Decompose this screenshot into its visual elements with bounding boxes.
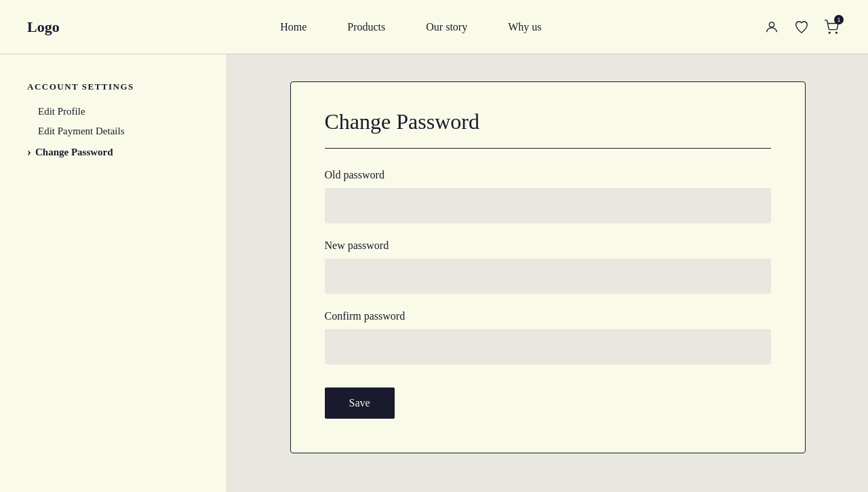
- content-area: Change Password Old password New passwor…: [227, 54, 868, 492]
- new-password-input[interactable]: [325, 259, 771, 294]
- old-password-group: Old password: [325, 169, 771, 223]
- sidebar-heading: ACCOUNT SETTINGS: [27, 81, 199, 92]
- svg-point-1: [829, 32, 830, 33]
- new-password-group: New password: [325, 240, 771, 294]
- new-password-label: New password: [325, 240, 771, 252]
- sidebar: ACCOUNT SETTINGS Edit Profile Edit Payme…: [0, 54, 227, 492]
- nav-home[interactable]: Home: [280, 21, 307, 33]
- svg-point-0: [769, 22, 774, 26]
- nav-our-story[interactable]: Our story: [426, 21, 467, 33]
- navbar: Logo Home Products Our story Why us 1: [0, 0, 868, 54]
- nav-products[interactable]: Products: [347, 21, 385, 33]
- sidebar-item-change-password[interactable]: Change Password: [27, 145, 199, 159]
- nav-links: Home Products Our story Why us: [60, 21, 762, 33]
- wishlist-icon[interactable]: [792, 18, 811, 37]
- confirm-password-label: Confirm password: [325, 310, 771, 322]
- card-title: Change Password: [325, 109, 771, 149]
- main-layout: ACCOUNT SETTINGS Edit Profile Edit Payme…: [0, 54, 868, 492]
- old-password-input[interactable]: [325, 188, 771, 223]
- svg-point-2: [835, 32, 837, 33]
- save-button[interactable]: Save: [325, 387, 395, 419]
- change-password-card: Change Password Old password New passwor…: [290, 81, 806, 453]
- old-password-label: Old password: [325, 169, 771, 181]
- account-icon[interactable]: [762, 18, 781, 37]
- logo[interactable]: Logo: [27, 18, 60, 36]
- navbar-icons: 1: [762, 18, 841, 37]
- cart-icon[interactable]: 1: [822, 18, 841, 37]
- nav-why-us[interactable]: Why us: [508, 21, 541, 33]
- cart-badge: 1: [834, 15, 844, 24]
- sidebar-item-edit-profile[interactable]: Edit Profile: [27, 106, 199, 117]
- sidebar-item-edit-payment[interactable]: Edit Payment Details: [27, 126, 199, 137]
- confirm-password-group: Confirm password: [325, 310, 771, 364]
- sidebar-menu: Edit Profile Edit Payment Details Change…: [27, 106, 199, 159]
- confirm-password-input[interactable]: [325, 329, 771, 364]
